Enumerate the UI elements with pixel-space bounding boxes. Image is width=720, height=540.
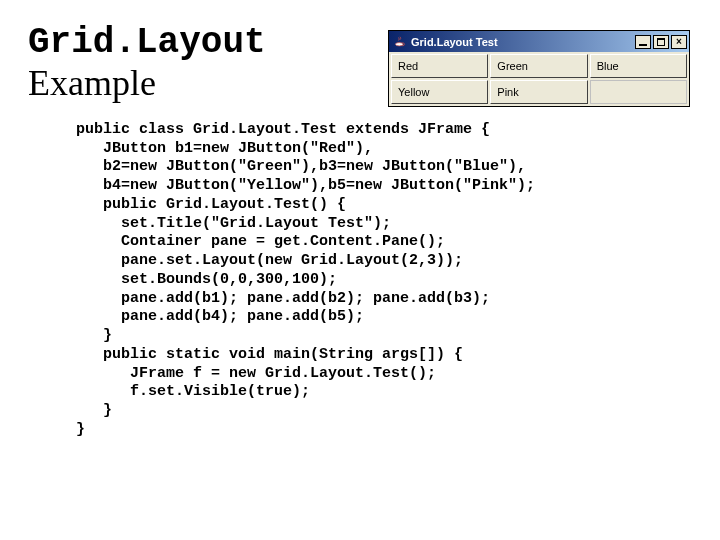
close-button[interactable]: × xyxy=(671,35,687,49)
code-listing: public class Grid.Layout.Test extends JF… xyxy=(76,121,700,440)
java-icon xyxy=(393,35,407,49)
grid-button-pink[interactable]: Pink xyxy=(490,80,587,104)
maximize-button[interactable] xyxy=(653,35,669,49)
grid-button-red[interactable]: Red xyxy=(391,54,488,78)
minimize-button[interactable] xyxy=(635,35,651,49)
svg-point-0 xyxy=(396,42,404,45)
window-title-text: Grid.Layout Test xyxy=(411,36,635,48)
window-titlebar: Grid.Layout Test × xyxy=(389,31,689,52)
window-control-buttons: × xyxy=(635,35,687,49)
grid-button-blue[interactable]: Blue xyxy=(590,54,687,78)
title-rest: Example xyxy=(28,63,156,103)
button-grid: Red Green Blue Yellow Pink xyxy=(389,52,689,106)
title-mono: Grid.Layout xyxy=(28,22,266,63)
java-window: Grid.Layout Test × Red Green Blue Yellow… xyxy=(388,30,690,107)
grid-button-green[interactable]: Green xyxy=(490,54,587,78)
grid-button-yellow[interactable]: Yellow xyxy=(391,80,488,104)
grid-button-empty xyxy=(590,80,687,104)
